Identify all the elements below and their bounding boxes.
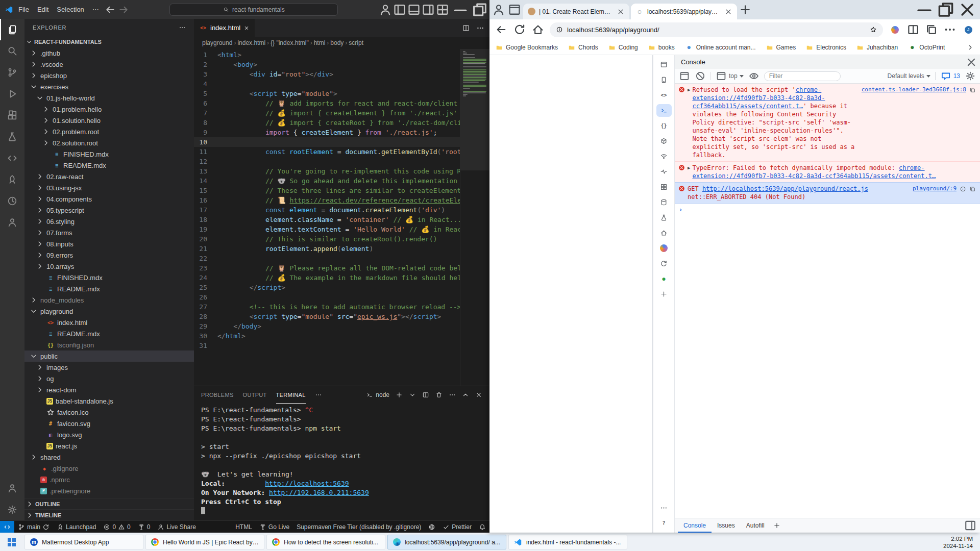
panel-tab-output[interactable]: OUTPUT [243,386,267,404]
bookmark-google-bookmarks[interactable]: Google Bookmarks [496,44,558,51]
code-line[interactable]: 30</html> [194,331,489,341]
taskbar-button-hello-world-in-js-epic-react-b[interactable]: Hello World in JS | Epic React by K... [145,535,264,549]
breadcrumb-item-script[interactable]: script [349,39,363,46]
code-line[interactable]: 1<html> [194,50,489,60]
breadcrumb-item-index-html[interactable]: index.html [237,39,265,46]
nav-forward-icon[interactable] [117,4,130,16]
tree-item-exercises[interactable]: exercises [24,81,194,92]
tree-item-02-problem-root[interactable]: 02.problem.root [24,126,194,137]
taskbar-button-localhost-5639-app-playground-[interactable]: localhost:5639/app/playground/ a... [387,535,506,549]
language-mode[interactable]: HTML [232,521,256,533]
terminal-dropdown-icon[interactable] [409,391,416,398]
terminal-more-icon[interactable] [449,391,456,398]
devtools-tool-device[interactable] [656,73,672,86]
tree-item-node-modules[interactable]: node_modules [24,294,194,306]
tree-item-05-typescript[interactable]: 05.typescript [24,205,194,216]
browser-tab-localhost-5639-app-playground[interactable]: ▢localhost:5639/app/playground/ [631,4,737,19]
breadcrumb-item-body[interactable]: body [330,39,344,46]
code-line[interactable]: 4 [194,79,489,89]
code-line[interactable]: 19 element.textContent = 'Hello World' /… [194,224,489,234]
add-drawer-tab-icon[interactable] [773,522,780,529]
sidebar-more-icon[interactable] [179,24,186,31]
tree-item-readme-mdx[interactable]: ≡README.mdx [24,160,194,171]
drawer-tab-autofill[interactable]: Autofill [741,518,770,533]
tree-item-react-dom[interactable]: react-dom [24,384,194,395]
profile[interactable] [378,3,393,16]
tree-item-01-solution-hello[interactable]: 01.solution.hello [24,115,194,126]
tree-item-public[interactable]: public [24,350,194,362]
expand-caret-icon[interactable]: ▶ [688,164,690,172]
close-devtools-icon[interactable] [965,56,978,69]
devtools-tool-console[interactable] [656,104,672,117]
devtools-tool-performance[interactable] [656,165,672,178]
new-tab-button[interactable] [739,3,752,16]
code-line[interactable]: 17 const element = document.createElemen… [194,205,489,215]
code-line[interactable]: 21 rootElement.append(element) [194,244,489,254]
log-levels-dropdown[interactable]: Default levels [888,72,930,80]
ports-status[interactable]: 0 [134,521,154,533]
close-panel-icon[interactable] [475,391,482,398]
clear-console-icon[interactable] [695,70,706,82]
devtools-tool-experiments[interactable] [656,211,672,224]
tree-item-prettierignore[interactable]: P.prettierignore [24,485,194,496]
copilot-icon[interactable] [888,23,901,36]
tree-item-vscode[interactable]: .vscode [24,59,194,70]
code-line[interactable]: 13 // You're going to re-implement this … [194,166,489,176]
activity-extensions[interactable] [0,105,24,126]
page-content[interactable] [489,55,652,533]
code-line[interactable]: 20 // This is similar to createRoot().re… [194,234,489,244]
taskbar-button-how-to-detect-the-screen-resol[interactable]: How to detect the screen resoluti... [266,535,385,549]
stack-icon[interactable] [969,87,976,93]
back-icon[interactable] [495,23,508,36]
devtools-tool-network[interactable] [656,150,672,163]
panel-more-icon[interactable] [315,391,322,398]
close-icon[interactable] [957,0,978,19]
tree-item-images[interactable]: images [24,362,194,373]
expand-caret-icon[interactable]: ▶ [688,86,690,94]
workspaces-icon[interactable] [507,3,522,17]
activity-run-debug[interactable] [0,83,24,105]
source-link[interactable]: playground/:9 [913,185,957,193]
tree-item-npmrc[interactable]: n.npmrc [24,474,194,485]
new-terminal-icon[interactable] [396,391,403,398]
activity-search[interactable] [0,40,24,62]
launchpad-status[interactable]: Launchpad [53,521,100,533]
kill-terminal-icon[interactable] [435,391,443,398]
tree-item-01-js-hello-world[interactable]: 01.js-hello-world [24,92,194,104]
tree-item-03-using-jsx[interactable]: 03.using-jsx [24,182,194,193]
taskbar-button-mattermost-desktop-app[interactable]: mMattermost Desktop App [24,535,143,549]
bookmark-chords[interactable]: Chords [568,44,598,51]
issues-counter[interactable]: 13 [940,70,960,82]
panel-tab-problems[interactable]: PROBLEMS [201,386,234,404]
devtools-tool-status-dot[interactable]: ● [656,272,672,285]
live-share-status[interactable]: Live Share [154,521,199,533]
minimize-icon[interactable] [451,0,470,19]
live-expression-icon[interactable] [748,70,760,82]
code-line[interactable]: 25 </script> [194,283,489,292]
code-line[interactable]: 31 [194,341,489,350]
close-tab-icon[interactable] [243,25,250,31]
activity-accounts[interactable] [0,478,24,499]
info-icon[interactable] [960,186,966,192]
tree-item-logo-svg[interactable]: ◧logo.svg [24,429,194,440]
stack-icon[interactable] [969,186,976,192]
terminal[interactable]: PS E:\react-fundamentals> ^CPS E:\react-… [194,404,489,520]
start-button[interactable] [0,533,23,551]
activity-testing[interactable] [0,126,24,147]
browser-settings-more-icon[interactable] [943,23,957,36]
tree-item-02-raw-react[interactable]: 02.raw-react [24,171,194,182]
tree-item-02-solution-root[interactable]: 02.solution.root [24,137,194,148]
maximize-panel-icon[interactable] [462,391,469,398]
activity-gitlens[interactable] [0,190,24,212]
console-filter-input[interactable]: Filter [764,71,841,81]
devtools-tool-home[interactable] [656,227,672,239]
split-editor-icon[interactable] [462,24,470,32]
dock-side-icon[interactable] [964,519,977,532]
code-line[interactable]: 15 // These three lines are similar to c… [194,186,489,195]
tree-item-09-errors[interactable]: 09.errors [24,249,194,261]
tree-item-github[interactable]: .github [24,47,194,59]
collections-icon[interactable] [925,23,938,36]
menu-selection[interactable]: Selection [53,4,88,15]
tree-item-finished-mdx[interactable]: ≡FINISHED.mdx [24,272,194,283]
tree-item-10-arrays[interactable]: 10.arrays [24,261,194,272]
